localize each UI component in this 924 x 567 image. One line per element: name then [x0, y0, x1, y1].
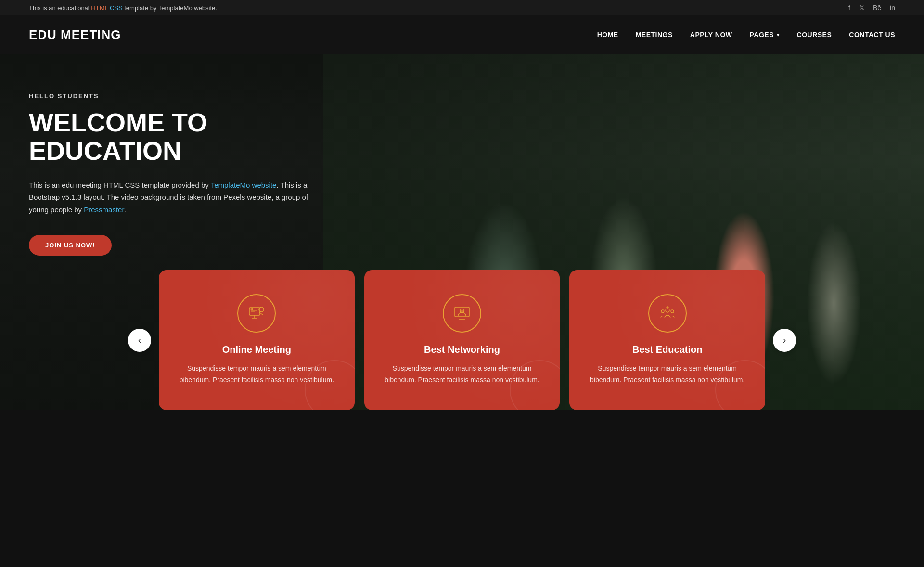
best-education-icon: [648, 294, 687, 333]
linkedin-icon[interactable]: in: [890, 4, 895, 12]
card-best-education-title: Best Education: [584, 344, 751, 355]
card-online-meeting-title: Online Meeting: [173, 344, 340, 355]
card-best-education-desc: Suspendisse tempor mauris a sem elementu…: [584, 363, 751, 386]
nav-link-apply[interactable]: APPLY NOW: [690, 27, 732, 42]
navbar: EDU MEETING HOME MEETINGS APPLY NOW PAGE…: [0, 15, 924, 54]
cards-wrapper: Online Meeting Suspendisse tempor mauris…: [159, 270, 765, 410]
highlight-html: HTML: [91, 4, 108, 12]
pages-dropdown-arrow: ▾: [777, 32, 780, 38]
desc-part1: This is an edu meeting HTML CSS template…: [29, 181, 211, 189]
svg-point-13: [666, 309, 669, 312]
nav-item-meetings[interactable]: MEETINGS: [636, 27, 673, 42]
nav-item-apply[interactable]: APPLY NOW: [690, 27, 732, 42]
nav-item-courses[interactable]: COURSES: [797, 27, 832, 42]
online-meeting-icon: [237, 294, 276, 333]
card-best-networking-title: Best Networking: [379, 344, 546, 355]
card-online-meeting-desc: Suspendisse tempor mauris a sem elementu…: [173, 363, 340, 386]
message-suffix: template by TemplateMo website.: [123, 4, 217, 12]
top-bar-message: This is an educational HTML CSS template…: [29, 4, 217, 12]
nav-link-meetings[interactable]: MEETINGS: [636, 27, 673, 42]
chevron-left-icon: ‹: [138, 335, 141, 346]
hero-subtitle: HELLO STUDENTS: [29, 92, 318, 100]
cards-section: ‹ Online Meeting: [0, 270, 924, 410]
join-now-button[interactable]: JOIN US NOW!: [29, 235, 112, 256]
message-prefix: This is an educational: [29, 4, 91, 12]
highlight-css: CSS: [108, 4, 122, 12]
pressmaster-link[interactable]: Pressmaster: [84, 206, 124, 214]
nav-link-contact[interactable]: CONTACT US: [849, 27, 895, 42]
facebook-icon[interactable]: f: [848, 4, 850, 12]
card-best-networking: Best Networking Suspendisse tempor mauri…: [364, 270, 560, 410]
behance-icon[interactable]: Bē: [873, 4, 881, 12]
svg-rect-8: [455, 307, 469, 317]
templatemo-link[interactable]: TemplateMo website: [211, 181, 277, 189]
nav-item-pages[interactable]: PAGES ▾: [750, 27, 780, 42]
top-bar: This is an educational HTML CSS template…: [0, 0, 924, 15]
hero-content: HELLO STUDENTS WELCOME TO EDUCATION This…: [0, 54, 346, 275]
carousel-next-button[interactable]: ›: [773, 329, 796, 352]
desc-part3: .: [124, 206, 126, 214]
svg-point-15: [671, 310, 674, 313]
hero-description: This is an edu meeting HTML CSS template…: [29, 179, 313, 216]
hero-section: HELLO STUDENTS WELCOME TO EDUCATION This…: [0, 54, 924, 410]
nav-links: HOME MEETINGS APPLY NOW PAGES ▾ COURSES …: [597, 27, 895, 42]
brand-logo[interactable]: EDU MEETING: [29, 27, 121, 42]
social-icons: f 𝕏 Bē in: [848, 4, 895, 12]
twitter-icon[interactable]: 𝕏: [859, 4, 864, 12]
card-online-meeting: Online Meeting Suspendisse tempor mauris…: [159, 270, 355, 410]
card-best-education: Best Education Suspendisse tempor mauris…: [569, 270, 765, 410]
svg-point-14: [661, 310, 664, 313]
card-best-networking-desc: Suspendisse tempor mauris a sem elementu…: [379, 363, 546, 386]
nav-item-contact[interactable]: CONTACT US: [849, 27, 895, 42]
svg-point-7: [251, 308, 253, 310]
best-networking-icon: [443, 294, 481, 333]
carousel-prev-button[interactable]: ‹: [128, 329, 151, 352]
nav-link-pages[interactable]: PAGES ▾: [750, 27, 780, 42]
chevron-right-icon: ›: [783, 335, 786, 346]
nav-link-courses[interactable]: COURSES: [797, 27, 832, 42]
nav-link-home[interactable]: HOME: [597, 27, 618, 42]
nav-item-home[interactable]: HOME: [597, 27, 618, 42]
hero-title: WELCOME TO EDUCATION: [29, 108, 318, 166]
